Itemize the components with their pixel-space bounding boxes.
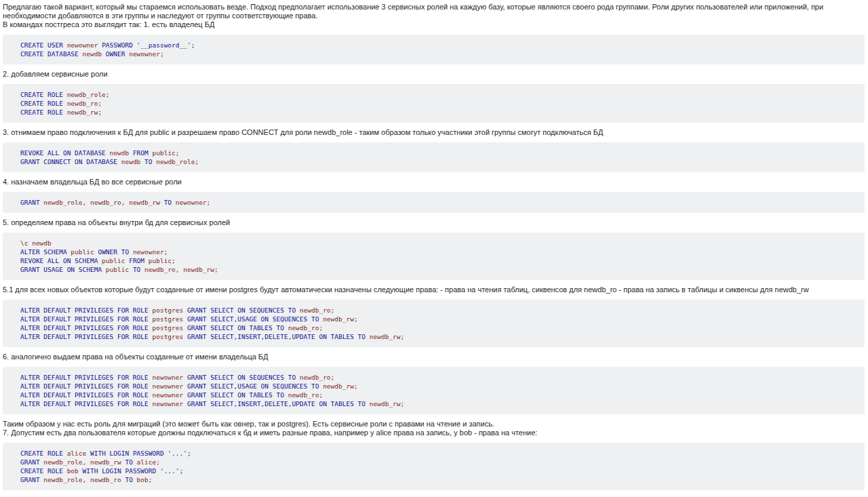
sql-keyword: ALTER DEFAULT PRIVILEGES FOR ROLE (20, 400, 152, 407)
sql-code: REVOKE ALL ON DATABASE newdb FROM public… (20, 149, 199, 165)
sql-identifier: newowner; (176, 199, 210, 206)
sql-identifier: newdb_role, newdb_ro (43, 476, 125, 483)
sql-identifier: public; (153, 149, 180, 157)
code-block: ALTER DEFAULT PRIVILEGES FOR ROLE postgr… (3, 300, 865, 347)
sql-identifier: postgres (152, 324, 186, 332)
sql-keyword: GRANT (20, 476, 43, 483)
sql-identifier: public (106, 266, 133, 273)
paragraph: 6. аналогично выдаем права на объекты со… (3, 353, 865, 361)
code-line: ALTER DEFAULT PRIVILEGES FOR ROLE postgr… (20, 324, 323, 332)
code-line: ALTER DEFAULT PRIVILEGES FOR ROLE postgr… (20, 333, 404, 340)
sql-keyword: WITH LOGIN PASSWORD (90, 450, 167, 457)
sql-keyword: WITH LOGIN PASSWORD (83, 467, 160, 475)
sql-identifier: newdb_ro; (67, 100, 102, 107)
sql-keyword: TO (133, 266, 144, 273)
sql-keyword: CREATE USER (20, 41, 67, 49)
paragraph: 5.1 для всех новых объектов которые буду… (3, 285, 865, 294)
code-block: GRANT newdb_role, newdb_ro, newdb_rw TO … (3, 192, 865, 213)
sql-identifier: newdb_rw; (370, 400, 404, 407)
sql-identifier: newdb_role, newdb_rw (43, 458, 125, 466)
sql-keyword: GRANT SELECT ON SEQUENCES TO (187, 306, 300, 314)
sql-identifier: newdb_ro, newdb_rw; (144, 266, 218, 273)
sql-keyword: CREATE ROLE (20, 91, 67, 98)
sql-keyword: GRANT SELECT ON TABLES TO (187, 391, 288, 399)
paragraph: 3. отнимаем право подключения к БД для p… (3, 128, 865, 137)
sql-identifier: newdb_ro; (300, 306, 334, 314)
sql-keyword: GRANT SELECT,INSERT,DELETE,UPDATE ON TAB… (187, 400, 370, 407)
sql-code: GRANT newdb_role, newdb_ro, newdb_rw TO … (20, 199, 210, 206)
sql-identifier: newdb_rw; (323, 315, 357, 323)
sql-keyword: OWNER (106, 50, 129, 58)
sql-identifier: public; (149, 257, 176, 264)
sql-keyword: ALTER DEFAULT PRIVILEGES FOR ROLE (20, 391, 152, 399)
sql-identifier: public (71, 248, 98, 256)
sql-keyword: ALTER DEFAULT PRIVILEGES FOR ROLE (20, 333, 152, 340)
code-line: CREATE ROLE newdb_ro; (20, 100, 102, 107)
sql-identifier: alice; (137, 458, 160, 466)
sql-code: CREATE USER newowner PASSWORD '__passwor… (20, 41, 195, 58)
answer-body: Предлагаю такой вариант, который мы стар… (0, 0, 868, 497)
code-line: ALTER DEFAULT PRIVILEGES FOR ROLE newown… (20, 374, 334, 381)
sql-keyword: CREATE ROLE (20, 100, 67, 107)
sql-identifier: newdb_role; (156, 158, 199, 165)
sql-identifier: \c newdb (20, 239, 52, 247)
code-line: CREATE ROLE bob WITH LOGIN PASSWORD '...… (20, 467, 183, 475)
sql-keyword: CREATE ROLE (20, 450, 67, 457)
code-line: CREATE USER newowner PASSWORD '__passwor… (20, 41, 195, 49)
paragraph: Таким образом у нас есть роль для миграц… (3, 420, 865, 429)
code-line: GRANT newdb_role, newdb_rw TO alice; (20, 458, 160, 466)
sql-keyword: TO (164, 199, 176, 206)
sql-code: ALTER DEFAULT PRIVILEGES FOR ROLE postgr… (20, 306, 404, 340)
code-block: REVOKE ALL ON DATABASE newdb FROM public… (3, 142, 865, 172)
code-line: REVOKE ALL ON SCHEMA public FROM public; (20, 257, 176, 264)
sql-identifier: bob (67, 467, 83, 475)
sql-identifier: newowner (152, 374, 186, 381)
sql-identifier: newdb_rw; (323, 382, 357, 390)
code-line: GRANT newdb_role, newdb_ro TO bob; (20, 476, 153, 483)
sql-keyword: ALTER DEFAULT PRIVILEGES FOR ROLE (20, 306, 152, 314)
sql-keyword: OWNER TO (98, 248, 132, 256)
sql-keyword: CREATE ROLE (20, 108, 67, 116)
code-line: CREATE ROLE newdb_role; (20, 91, 110, 98)
sql-keyword: ALTER DEFAULT PRIVILEGES FOR ROLE (20, 315, 152, 323)
sql-keyword: GRANT CONNECT ON DATABASE (20, 158, 121, 165)
code-line: ALTER DEFAULT PRIVILEGES FOR ROLE postgr… (20, 306, 334, 314)
sql-keyword: CREATE DATABASE (20, 50, 83, 58)
sql-keyword: ALTER DEFAULT PRIVILEGES FOR ROLE (20, 324, 152, 332)
sql-identifier: newowner (152, 391, 186, 399)
sql-keyword: TO (125, 476, 136, 483)
sql-keyword: GRANT USAGE ON SCHEMA (20, 266, 106, 273)
sql-code: CREATE ROLE alice WITH LOGIN PASSWORD '.… (20, 450, 191, 483)
sql-identifier: newdb (121, 158, 144, 165)
code-line: GRANT CONNECT ON DATABASE newdb TO newdb… (20, 158, 199, 165)
sql-code: \c newdb ALTER SCHEMA public OWNER TO ne… (20, 239, 218, 273)
sql-string: '...'; (160, 467, 183, 475)
sql-keyword: REVOKE ALL ON DATABASE (20, 149, 110, 157)
code-line: CREATE ROLE alice WITH LOGIN PASSWORD '.… (20, 450, 191, 457)
code-line: \c newdb (20, 239, 52, 247)
sql-identifier: newowner (152, 400, 186, 407)
sql-identifier: newdb_role; (67, 91, 110, 98)
code-block: CREATE USER newowner PASSWORD '__passwor… (3, 35, 865, 64)
paragraph: В командах постгреса это выглядит так: 1… (3, 20, 865, 29)
sql-keyword: FROM (129, 257, 149, 264)
code-line: ALTER SCHEMA public OWNER TO newowner; (20, 248, 167, 256)
sql-identifier: alice (67, 450, 90, 457)
paragraph: 7. Допустим есть два пользователя которы… (3, 429, 865, 437)
code-line: ALTER DEFAULT PRIVILEGES FOR ROLE newown… (20, 382, 358, 390)
code-line: GRANT USAGE ON SCHEMA public TO newdb_ro… (20, 266, 218, 273)
sql-keyword: ALTER DEFAULT PRIVILEGES FOR ROLE (20, 382, 152, 390)
sql-keyword: GRANT SELECT,INSERT,DELETE,UPDATE ON TAB… (187, 333, 370, 340)
sql-identifier: postgres (152, 315, 186, 323)
code-line: ALTER DEFAULT PRIVILEGES FOR ROLE newown… (20, 400, 404, 407)
sql-keyword: TO (125, 458, 136, 466)
sql-identifier: newdb_ro; (288, 391, 323, 399)
code-block: CREATE ROLE newdb_role; CREATE ROLE newd… (3, 84, 865, 123)
sql-identifier: newowner; (129, 50, 163, 58)
paragraph: Предлагаю такой вариант, который мы стар… (3, 3, 865, 20)
sql-keyword: GRANT SELECT ON SEQUENCES TO (187, 374, 300, 381)
sql-string: '...'; (167, 450, 191, 457)
sql-string: '__password__'; (137, 41, 195, 49)
sql-keyword: GRANT SELECT ON TABLES TO (187, 324, 288, 332)
sql-identifier: newowner (152, 382, 186, 390)
